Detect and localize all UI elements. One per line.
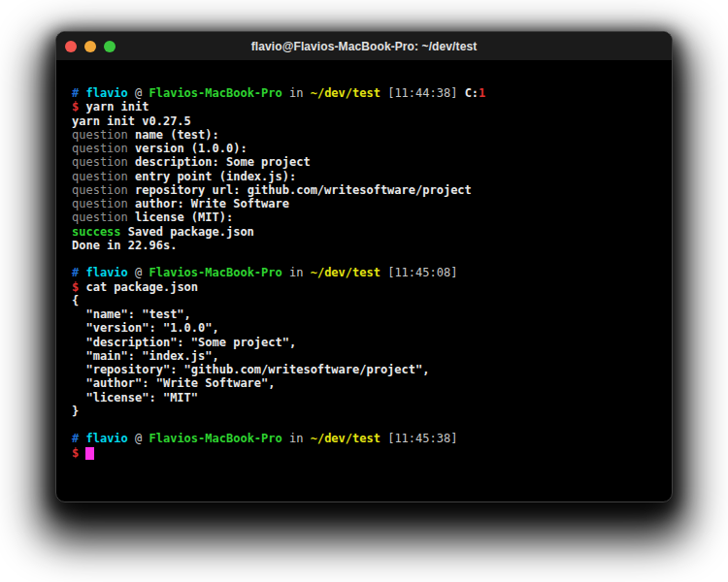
- terminal-text-segment: yarn init: [79, 100, 149, 113]
- desktop-background: flavio@Flavios-MacBook-Pro: ~/dev/test #…: [0, 0, 728, 582]
- terminal-line: "version": "1.0.0",: [72, 321, 656, 335]
- terminal-line: question name (test):: [72, 128, 656, 142]
- close-button[interactable]: [65, 41, 77, 52]
- terminal-text-segment: question: [72, 128, 135, 142]
- minimize-button[interactable]: [84, 41, 96, 52]
- terminal-text-segment: Flavios-MacBook-Pro: [149, 432, 282, 445]
- terminal-line: }: [72, 404, 656, 418]
- terminal-text-segment: success: [72, 225, 121, 239]
- terminal-line: "main": "index.js",: [72, 349, 656, 363]
- terminal-text-segment: cat package.json: [79, 280, 198, 294]
- terminal-text-segment: 1: [479, 86, 485, 100]
- terminal-cursor[interactable]: [85, 447, 94, 460]
- terminal-line: "author": "Write Software",: [72, 376, 656, 390]
- terminal-text-segment: "repository": "github.com/writesoftware/…: [72, 363, 429, 376]
- terminal-line: "license": "MIT": [72, 391, 656, 404]
- zoom-button[interactable]: [104, 41, 116, 52]
- terminal-text-segment: description: Some project: [135, 155, 311, 169]
- terminal-line: # flavio @ Flavios-MacBook-Pro in ~/dev/…: [72, 266, 656, 279]
- terminal-line: "repository": "github.com/writesoftware/…: [72, 363, 656, 376]
- terminal-line: $ cat package.json: [72, 280, 656, 294]
- terminal-text-segment: yarn init v0.27.5: [72, 114, 191, 128]
- terminal-line: $: [72, 446, 656, 460]
- terminal-text-segment: ~/dev/test: [311, 432, 381, 445]
- terminal-line: question entry point (index.js):: [72, 170, 656, 183]
- titlebar[interactable]: flavio@Flavios-MacBook-Pro: ~/dev/test: [56, 32, 672, 61]
- terminal-text-segment: @: [128, 432, 149, 445]
- terminal-text-segment: in: [282, 86, 311, 100]
- terminal-text-segment: flavio: [85, 86, 127, 100]
- traffic-lights: [56, 41, 116, 52]
- terminal-text-segment: #: [72, 432, 85, 445]
- terminal-text-segment: name (test):: [135, 128, 219, 142]
- terminal-text-segment: #: [72, 266, 85, 279]
- terminal-text-segment: "name": "test",: [72, 307, 191, 321]
- terminal-text-segment: license (MIT):: [135, 210, 233, 224]
- terminal-line: Done in 22.96s.: [72, 239, 656, 252]
- terminal-line: # flavio @ Flavios-MacBook-Pro in ~/dev/…: [72, 86, 656, 100]
- terminal-text-segment: C:: [465, 86, 479, 100]
- terminal-text-segment: "version": "1.0.0",: [72, 321, 219, 335]
- terminal-text-segment: "author": "Write Software",: [72, 376, 276, 390]
- terminal-line: [72, 252, 656, 266]
- terminal-text-segment: author: Write Software: [135, 197, 289, 210]
- terminal-text-segment: flavio: [85, 266, 127, 279]
- terminal-text-segment: in: [282, 266, 311, 279]
- terminal-text-segment: Flavios-MacBook-Pro: [149, 266, 282, 279]
- terminal-line: question version (1.0.0):: [72, 142, 656, 155]
- terminal-text-segment: [11:44:38]: [381, 86, 465, 100]
- terminal-line: $ yarn init: [72, 100, 656, 113]
- terminal-text-segment: question: [72, 142, 135, 155]
- terminal-text-segment: [11:45:08]: [381, 266, 457, 279]
- terminal-text-segment: flavio: [85, 432, 127, 445]
- terminal-text-segment: #: [72, 86, 85, 100]
- terminal-line: question repository url: github.com/writ…: [72, 183, 656, 197]
- terminal-line: [72, 418, 656, 432]
- terminal-text-segment: ~/dev/test: [311, 86, 381, 100]
- terminal-text-segment: [11:45:38]: [381, 432, 457, 445]
- terminal-text-segment: ~/dev/test: [311, 266, 381, 279]
- terminal-text-segment: Saved package.json: [121, 225, 254, 239]
- terminal-text-segment: question: [72, 183, 135, 197]
- terminal-line: # flavio @ Flavios-MacBook-Pro in ~/dev/…: [72, 432, 656, 445]
- terminal-line: question license (MIT):: [72, 210, 656, 224]
- terminal-screen[interactable]: # flavio @ Flavios-MacBook-Pro in ~/dev/…: [56, 61, 672, 460]
- terminal-text-segment: question: [72, 197, 135, 210]
- terminal-text-segment: Flavios-MacBook-Pro: [149, 86, 282, 100]
- terminal-text-segment: repository url: github.com/writesoftware…: [135, 183, 472, 197]
- terminal-text-segment: }: [72, 404, 79, 418]
- terminal-text-segment: @: [128, 266, 149, 279]
- terminal-line: question author: Write Software: [72, 197, 656, 210]
- terminal-text-segment: {: [72, 294, 79, 307]
- terminal-line: success Saved package.json: [72, 225, 656, 239]
- terminal-text-segment: "license": "MIT": [72, 391, 198, 404]
- terminal-line: yarn init v0.27.5: [72, 114, 656, 128]
- terminal-text-segment: Done in 22.96s.: [72, 239, 177, 252]
- terminal-text-segment: "description": "Some project",: [72, 336, 296, 349]
- terminal-text-segment: question: [72, 210, 135, 224]
- terminal-line: "description": "Some project",: [72, 336, 656, 349]
- terminal-text-segment: question: [72, 170, 135, 183]
- terminal-line: {: [72, 294, 656, 307]
- terminal-text-segment: $: [72, 446, 85, 460]
- terminal-text-segment: entry point (index.js):: [135, 170, 296, 183]
- terminal-text-segment: question: [72, 155, 135, 169]
- terminal-window: flavio@Flavios-MacBook-Pro: ~/dev/test #…: [55, 31, 673, 502]
- terminal-text-segment: "main": "index.js",: [72, 349, 219, 363]
- terminal-text-segment: @: [128, 86, 149, 100]
- window-title: flavio@Flavios-MacBook-Pro: ~/dev/test: [56, 40, 672, 53]
- terminal-line: "name": "test",: [72, 307, 656, 321]
- terminal-text-segment: version (1.0.0):: [135, 142, 248, 155]
- terminal-line: question description: Some project: [72, 155, 656, 169]
- terminal-text-segment: in: [282, 432, 311, 445]
